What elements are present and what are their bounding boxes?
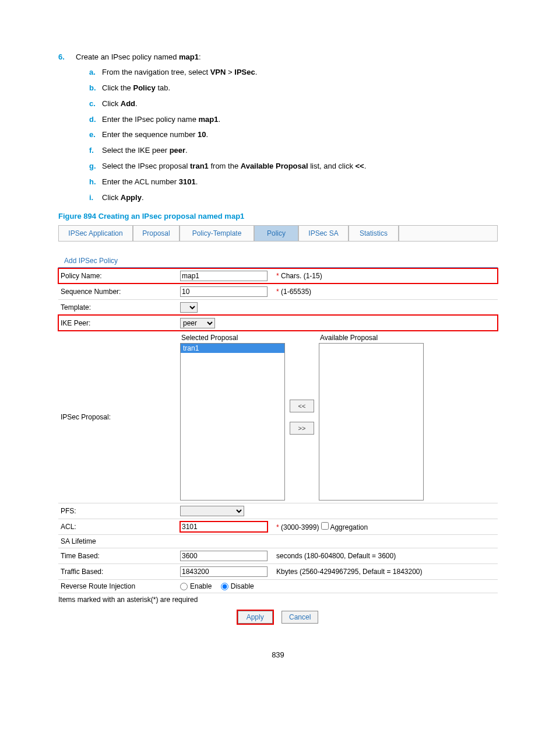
tab-ipsec-sa[interactable]: IPSec SA — [298, 225, 349, 241]
sub-e-text: Enter the sequence number 10. — [102, 130, 498, 141]
traffic-based-input[interactable] — [180, 566, 268, 577]
sub-i-text: Click Apply. — [102, 192, 498, 204]
acl-hint: (3000-3999) — [281, 523, 319, 531]
sub-g-text: Select the IPsec proposal tran1 from the… — [102, 161, 498, 172]
acl-input[interactable] — [180, 522, 268, 532]
seq-label: Sequence Number: — [58, 284, 178, 299]
sub-c-text: Click Add. — [102, 99, 498, 110]
move-right-button[interactable]: >> — [290, 422, 314, 435]
rri-enable-label[interactable]: Enable — [180, 582, 212, 590]
ipsec-proposal-label: IPSec Proposal: — [58, 331, 178, 503]
aggregation-checkbox[interactable] — [321, 522, 329, 530]
step-number: 6. — [58, 52, 76, 61]
tab-ipsec-application[interactable]: IPSec Application — [58, 225, 133, 241]
cancel-button[interactable]: Cancel — [281, 611, 318, 624]
tab-statistics[interactable]: Statistics — [349, 225, 399, 241]
seq-hint: (1-65535) — [281, 288, 311, 296]
aggregation-label: Aggregation — [330, 523, 368, 531]
figure-caption: Figure 894 Creating an IPsec proposal na… — [58, 212, 498, 220]
ike-select[interactable]: peer — [180, 318, 215, 328]
template-label: Template: — [58, 299, 178, 315]
policy-name-input[interactable] — [180, 271, 268, 281]
acl-label: ACL: — [58, 519, 178, 534]
tab-policy-template[interactable]: Policy-Template — [180, 225, 254, 241]
required-star: * — [276, 523, 281, 531]
step-text-post: : — [199, 52, 201, 61]
sub-d-letter: d. — [89, 114, 102, 125]
required-footnote: Items marked with an asterisk(*) are req… — [58, 593, 498, 607]
sub-d-text: Enter the IPsec policy name map1. — [102, 114, 498, 125]
section-title: Add IPSec Policy — [58, 242, 498, 268]
tab-bar: IPSec Application Proposal Policy-Templa… — [58, 225, 498, 242]
policy-name-label: Policy Name: — [58, 268, 178, 284]
move-left-button[interactable]: << — [290, 400, 314, 412]
selected-proposal-header: Selected Proposal — [180, 334, 285, 342]
tab-spacer — [399, 225, 498, 241]
step-text-pre: Create an IPsec policy named — [76, 52, 179, 61]
apply-button[interactable]: Apply — [238, 611, 273, 624]
required-star: * — [276, 288, 281, 296]
sub-i-letter: i. — [89, 192, 102, 204]
rri-disable-radio[interactable] — [221, 583, 228, 590]
sub-e-letter: e. — [89, 130, 102, 141]
rri-enable-radio[interactable] — [180, 583, 188, 590]
sub-g-letter: g. — [89, 161, 102, 172]
sa-lifetime-label: SA Lifetime — [58, 534, 498, 548]
sub-b-text: Click the Policy tab. — [102, 83, 498, 94]
step-text: Create an IPsec policy named map1: — [76, 52, 498, 61]
tab-proposal[interactable]: Proposal — [133, 225, 180, 241]
pfs-label: PFS: — [58, 503, 178, 519]
available-proposal-list[interactable] — [319, 343, 424, 501]
tab-policy[interactable]: Policy — [254, 225, 298, 241]
available-proposal-header: Available Proposal — [319, 334, 424, 342]
selected-proposal-list[interactable]: tran1 — [180, 343, 285, 501]
traffic-based-label: Traffic Based: — [58, 564, 178, 579]
sub-c-letter: c. — [89, 99, 102, 110]
time-based-hint: seconds (180-604800, Default = 3600) — [274, 548, 498, 564]
page-number: 839 — [58, 650, 498, 659]
sub-f-text: Select the IKE peer peer. — [102, 145, 498, 156]
ike-label: IKE Peer: — [58, 315, 178, 331]
sub-a-text: From the navigation tree, select VPN > I… — [102, 67, 498, 78]
sub-a-letter: a. — [89, 67, 102, 78]
list-item[interactable]: tran1 — [181, 344, 284, 353]
sub-h-letter: h. — [89, 177, 102, 188]
time-based-input[interactable] — [180, 551, 268, 561]
step-text-bold: map1 — [179, 52, 199, 61]
template-select[interactable] — [180, 302, 198, 313]
sub-f-letter: f. — [89, 145, 102, 156]
rri-disable-label[interactable]: Disable — [221, 582, 254, 590]
policy-name-hint: Chars. (1-15) — [281, 272, 322, 280]
sub-h-text: Enter the ACL number 3101. — [102, 177, 498, 188]
sub-b-letter: b. — [89, 83, 102, 94]
time-based-label: Time Based: — [58, 548, 178, 564]
seq-input[interactable] — [180, 286, 268, 297]
rri-label: Reverse Route Injection — [58, 579, 178, 593]
traffic-based-hint: Kbytes (2560-4294967295, Default = 18432… — [274, 564, 498, 579]
pfs-select[interactable] — [180, 506, 244, 516]
required-star: * — [276, 272, 281, 280]
